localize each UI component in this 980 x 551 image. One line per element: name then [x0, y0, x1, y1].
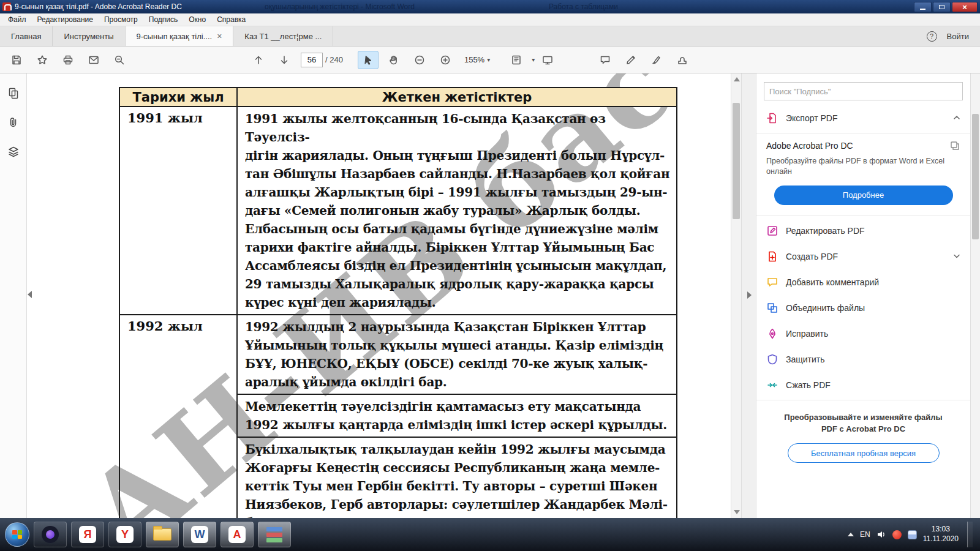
save-button[interactable] — [6, 51, 27, 69]
print-button[interactable] — [58, 51, 78, 69]
hidden-icons-arrow[interactable] — [848, 533, 854, 536]
maximize-button[interactable] — [933, 2, 951, 12]
stamp-tool-button[interactable] — [672, 51, 693, 69]
chevron-down-icon[interactable]: ▾ — [487, 56, 490, 63]
chevron-down-icon[interactable]: ▾ — [532, 56, 535, 63]
language-indicator[interactable]: EN — [860, 530, 870, 539]
acrobat-pro-promo: Adobe Acrobat Pro DC Преобразуйте файлы … — [756, 135, 970, 214]
page-thumbnails-button[interactable] — [7, 87, 20, 102]
tab-home[interactable]: Главная — [0, 26, 53, 46]
layers-button[interactable] — [7, 146, 20, 160]
clock[interactable]: 13:03 11.11.2020 — [923, 525, 959, 544]
show-desktop-button[interactable] — [967, 522, 973, 547]
system-tray: EN 13:03 11.11.2020 — [848, 522, 975, 547]
taskbar-winrar-button[interactable] — [258, 522, 291, 547]
scroll-up-icon[interactable] — [734, 77, 740, 81]
speaker-icon[interactable] — [876, 530, 886, 539]
panel-item-combine-files[interactable]: Объединить файлы — [756, 295, 970, 321]
page-up-button[interactable] — [248, 51, 269, 69]
scrollbar-thumb[interactable] — [972, 114, 979, 239]
sign-in-button[interactable]: Войти — [947, 32, 969, 41]
monitor-icon — [542, 54, 553, 66]
toolbar: / 240 155% ▾ ▾ — [0, 47, 980, 73]
scroll-down-icon[interactable] — [734, 510, 740, 514]
help-icon[interactable]: ? — [927, 31, 937, 42]
tab-document-2[interactable]: Каз Т1 __лест¦рме ... — [233, 26, 333, 46]
close-icon[interactable]: × — [217, 31, 222, 41]
page-display-button[interactable] — [506, 51, 527, 69]
email-button[interactable] — [83, 51, 104, 69]
folder-icon — [153, 528, 172, 541]
window-title: 9-сынып қазақ тілі.pdf - Adobe Acrobat R… — [15, 2, 182, 11]
select-tool-button[interactable] — [358, 51, 379, 69]
tab-tools[interactable]: Инструменты — [53, 26, 125, 46]
tab-document-active[interactable]: 9-сынып қазақ тілі.... × — [126, 26, 234, 46]
winrar-icon — [266, 527, 282, 542]
taskbar-acrobat-button[interactable]: A — [221, 522, 254, 547]
panel-item-fix[interactable]: Исправить — [756, 321, 970, 347]
menu-edit[interactable]: Редактирование — [32, 15, 99, 24]
chevron-up-icon[interactable] — [953, 113, 960, 123]
menu-sign[interactable]: Подпись — [143, 15, 184, 24]
panel-item-compress-pdf[interactable]: Сжать PDF — [756, 372, 970, 398]
chevron-down-icon[interactable] — [953, 252, 960, 261]
page-down-button[interactable] — [274, 51, 295, 69]
taskbar-browser-button[interactable] — [34, 522, 67, 547]
start-button[interactable] — [5, 522, 29, 547]
menu-bar: Файл Редактирование Просмотр Подпись Окн… — [0, 13, 980, 26]
tools-search-input[interactable] — [764, 82, 963, 100]
collapse-right-pane-icon[interactable] — [747, 291, 752, 299]
zoom-level[interactable]: 155% — [464, 55, 484, 64]
collapse-left-pane-icon[interactable] — [28, 291, 32, 298]
minus-circle-icon — [414, 54, 425, 66]
taskbar-y-browser-button[interactable]: Y — [108, 522, 141, 547]
tray-flag-icon[interactable] — [908, 530, 917, 539]
search-button[interactable] — [109, 51, 130, 69]
yandex-icon: Я — [79, 526, 96, 543]
panel-item-export-pdf[interactable]: Экспорт PDF — [756, 105, 970, 131]
minimize-button[interactable] — [914, 2, 932, 12]
page-total-label: / 240 — [325, 55, 343, 64]
reading-mode-button[interactable] — [537, 51, 558, 69]
scrollbar-thumb[interactable] — [733, 103, 740, 219]
desktop: 9-сынып қазақ тілі.pdf - Adobe Acrobat R… — [0, 0, 980, 551]
menu-window[interactable]: Окно — [183, 15, 211, 24]
taskbar-explorer-button[interactable] — [146, 522, 179, 547]
taskbar-yandex-button[interactable]: Я — [71, 522, 104, 547]
panel-splitter[interactable] — [741, 73, 756, 518]
learn-more-button[interactable]: Подробнее — [774, 186, 953, 205]
cursor-icon — [363, 54, 374, 66]
menu-file[interactable]: Файл — [2, 15, 32, 24]
panel-scrollbar[interactable] — [970, 73, 980, 518]
menu-view[interactable]: Просмотр — [99, 15, 143, 24]
hand-tool-button[interactable] — [383, 51, 404, 69]
attachments-button[interactable] — [7, 116, 20, 131]
document-scrollbar[interactable] — [731, 73, 741, 518]
page-fit-icon — [511, 54, 522, 66]
taskbar-word-button[interactable]: W — [183, 522, 216, 547]
sign-tool-button[interactable] — [646, 51, 667, 69]
zoom-out-button[interactable] — [409, 51, 430, 69]
comment-tool-button[interactable] — [595, 51, 616, 69]
acrobat-icon: A — [228, 526, 246, 543]
highlight-tool-button[interactable] — [620, 51, 641, 69]
free-trial-button[interactable]: Бесплатная пробная версия — [788, 443, 940, 463]
page-number-input[interactable] — [301, 53, 323, 67]
tray-app-icon[interactable] — [892, 530, 902, 539]
panel-item-create-pdf[interactable]: Создать PDF — [756, 244, 970, 269]
menu-help[interactable]: Справка — [211, 15, 251, 24]
panel-item-add-comment[interactable]: Добавить комментарий — [756, 269, 970, 295]
panel-item-protect[interactable]: Защитить — [756, 347, 970, 372]
favorite-button[interactable] — [32, 51, 53, 69]
panel-item-edit-pdf[interactable]: Редактировать PDF — [756, 218, 970, 244]
close-button[interactable]: × — [952, 2, 978, 12]
print-icon — [62, 54, 74, 66]
browser-icon — [42, 526, 59, 543]
taskbar: Я Y W A EN 13:03 11.11.2020 — [0, 518, 980, 551]
document-page[interactable]: АН-ИВ бас Тарихи жыл Жеткен жетістіктер … — [27, 73, 731, 518]
windows-logo-icon — [12, 530, 22, 539]
compress-pdf-icon — [766, 379, 778, 391]
highlighter-icon — [625, 54, 636, 66]
zoom-in-button[interactable] — [435, 51, 456, 69]
layers-icon — [7, 146, 20, 158]
